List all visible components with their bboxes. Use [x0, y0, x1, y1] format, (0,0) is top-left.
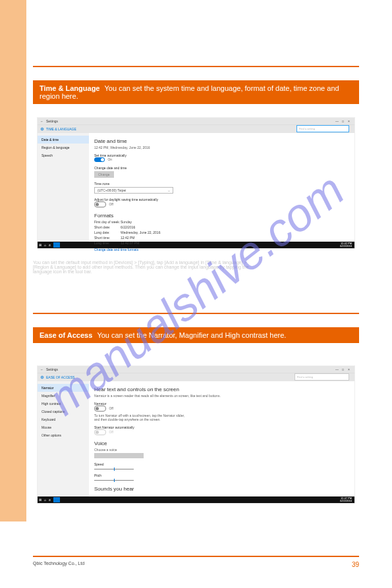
windows-settings-screenshot-time: ← Settings — □ × TIME & LANGUAGE Find a …: [37, 117, 355, 249]
start-icon[interactable]: ⊞: [39, 498, 42, 502]
sidebar-item-speech[interactable]: Speech: [38, 151, 89, 159]
svg-point-1: [42, 128, 43, 130]
search-input[interactable]: Find a setting: [294, 373, 349, 381]
settings-sidebar: Date & time Region & language Speech: [38, 133, 89, 242]
page-footer: Qbic Technology Co., Ltd 39: [33, 561, 359, 568]
sidebar-item-closed-captions[interactable]: Closed captions: [38, 408, 89, 415]
minimize-button[interactable]: —: [334, 367, 340, 371]
taskbar-app-settings[interactable]: [53, 242, 60, 248]
sounds-heading: Sounds you hear: [94, 486, 349, 492]
format-value: 12:42:07 PM: [121, 241, 139, 245]
voice-select[interactable]: [94, 453, 144, 458]
search-icon[interactable]: ⌕: [44, 243, 46, 247]
dst-toggle[interactable]: [94, 201, 106, 207]
pitch-label: Pitch: [94, 473, 349, 477]
search-icon[interactable]: ⌕: [44, 498, 46, 502]
sidebar-item-mouse[interactable]: Mouse: [38, 423, 89, 431]
horizontal-rule-top: [33, 66, 359, 67]
interlude-line: language icon in the tool bar.: [33, 269, 359, 274]
format-value: Wednesday, June 22, 2016: [121, 230, 160, 234]
formats-heading: Formats: [94, 213, 349, 219]
maximize-button[interactable]: □: [340, 367, 346, 371]
minimize-button[interactable]: —: [334, 119, 340, 123]
back-arrow-icon[interactable]: ←: [40, 119, 43, 123]
maximize-button[interactable]: □: [340, 119, 346, 123]
taskbar-date: 6/22/2016: [340, 500, 352, 502]
narrator-desc: Narrator is a screen reader that reads a…: [94, 394, 349, 398]
taskbar-left: ⊞ ⌕ ⎚: [39, 497, 340, 502]
gear-icon: [40, 127, 44, 131]
taskbar-app-settings[interactable]: [53, 497, 60, 502]
svg-point-3: [42, 377, 43, 378]
time-zone-value: (UTC+08:00) Taipei: [98, 188, 126, 192]
choose-voice-label: Choose a voice: [94, 448, 349, 452]
section-heading-title: Time & Language: [40, 84, 99, 92]
settings-sidebar: Narrator Magnifier High contrast Closed …: [38, 381, 89, 496]
footer-page-number: 39: [352, 561, 359, 568]
speed-label: Speed: [94, 462, 349, 466]
auto-start-narrator-toggle[interactable]: [94, 429, 106, 435]
sidebar-item-keyboard[interactable]: Keyboard: [38, 415, 89, 423]
subheader-title: TIME & LANGUAGE: [46, 127, 76, 131]
format-key: First day of week:: [94, 220, 121, 224]
section-heading-time-language: Time & Language You can set the system t…: [33, 80, 359, 104]
format-row: First day of week:Sunday: [94, 220, 349, 224]
format-row: Long date:Wednesday, June 22, 2016: [94, 230, 349, 234]
page-title: Hear text and controls on the screen: [94, 387, 349, 392]
sidebar-item-high-contrast[interactable]: High contrast: [38, 400, 89, 408]
auto-start-narrator-state: Off: [109, 430, 113, 434]
taskbar-clock[interactable]: 12:47 PM 6/22/2016: [340, 497, 353, 502]
close-button[interactable]: ×: [346, 119, 352, 123]
section-heading-ease-of-access: Ease of Access You can set the Narrator,…: [33, 327, 359, 343]
narrator-toggle[interactable]: [94, 406, 106, 412]
time-zone-label: Time zone: [94, 182, 349, 186]
narrator-state: Off: [109, 406, 113, 410]
horizontal-rule-bottom: [33, 556, 359, 557]
windows-taskbar: ⊞ ⌕ ⎚ 12:47 PM 6/22/2016: [38, 496, 354, 503]
subheader-title: EASE OF ACCESS: [46, 375, 74, 379]
set-time-auto-toggle[interactable]: [94, 157, 105, 162]
back-arrow-icon[interactable]: ←: [40, 367, 43, 371]
gear-icon: [40, 375, 44, 379]
close-button[interactable]: ×: [346, 367, 352, 371]
sidebar-item-other-options[interactable]: Other options: [38, 431, 89, 439]
format-key: Short time:: [94, 236, 121, 240]
section-heading-desc: You can set the Narrator, Magnifier and …: [97, 331, 286, 339]
voice-heading: Voice: [94, 441, 349, 446]
window-titlebar: ← Settings — □ ×: [38, 366, 354, 373]
sidebar-item-region-language[interactable]: Region & language: [38, 144, 89, 151]
task-view-icon[interactable]: ⎚: [49, 243, 51, 247]
horizontal-rule-mid: [33, 313, 359, 314]
format-row: Short time:12:42 PM: [94, 236, 349, 240]
chevron-down-icon: ⌵: [168, 188, 170, 192]
format-key: Long time:: [94, 241, 121, 245]
settings-main-panel: Date and time 12:42 PM, Wednesday, June …: [89, 133, 354, 242]
dst-state: Off: [109, 202, 113, 206]
pitch-slider[interactable]: [94, 480, 134, 481]
task-view-icon[interactable]: ⎚: [49, 498, 51, 502]
format-key: Short date:: [94, 225, 121, 229]
interlude-line: [Region & Language] to add other input m…: [33, 265, 359, 269]
format-value: 6/22/2016: [121, 225, 135, 229]
window-title: Settings: [46, 119, 334, 123]
start-icon[interactable]: ⊞: [39, 243, 42, 247]
search-input[interactable]: Find a setting: [296, 125, 349, 132]
sidebar-item-date-time[interactable]: Date & time: [38, 136, 89, 144]
footer-company: Qbic Technology Co., Ltd: [33, 561, 84, 568]
speed-slider[interactable]: [94, 469, 134, 469]
settings-main-panel: Hear text and controls on the screen Nar…: [89, 381, 354, 496]
change-date-time-button[interactable]: Change: [94, 171, 114, 178]
left-decorative-stripe: [0, 0, 26, 521]
change-date-time-label: Change date and time: [94, 166, 349, 170]
time-zone-select[interactable]: (UTC+08:00) Taipei ⌵: [94, 187, 173, 194]
format-value: Sunday: [121, 220, 132, 224]
sidebar-item-narrator[interactable]: Narrator: [38, 384, 89, 392]
format-key: Long date:: [94, 230, 121, 234]
format-row: Long time:12:42:07 PM: [94, 241, 349, 245]
window-titlebar: ← Settings — □ ×: [38, 118, 354, 124]
sidebar-item-magnifier[interactable]: Magnifier: [38, 392, 89, 400]
change-formats-link[interactable]: Change date and time formats: [94, 248, 349, 252]
section-heading-title: Ease of Access: [40, 331, 92, 339]
window-body: Date & time Region & language Speech Dat…: [38, 133, 354, 242]
window-title: Settings: [46, 367, 334, 371]
